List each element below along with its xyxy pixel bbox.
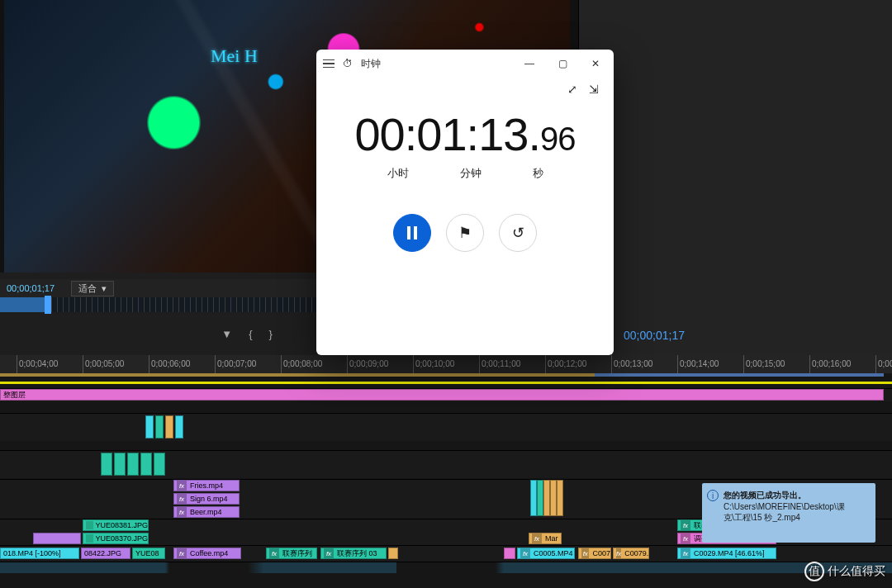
label-minutes: 分钟 — [460, 166, 482, 181]
work-area-band[interactable] — [0, 373, 884, 377]
notification-path2: 克\工程\15 秒_2.mp4 — [724, 513, 800, 522]
minutes-value: 01 — [416, 108, 466, 160]
micro-clip[interactable] — [114, 453, 126, 476]
svg-rect-2 — [407, 226, 410, 239]
clip[interactable]: YUE08 — [132, 548, 165, 559]
export-success-notification[interactable]: i 您的视频已成功导出。 C:\Users\MOREFINE\Desktop\课… — [702, 483, 875, 543]
clip[interactable] — [33, 533, 81, 544]
clip-label: C007 — [592, 549, 610, 557]
pin-icon[interactable]: ⇲ — [589, 83, 599, 96]
chevron-down-icon: ▾ — [102, 283, 107, 294]
stopwatch-actions: ⚑ ↺ — [316, 214, 614, 252]
video-track-adj[interactable]: 整图层 — [0, 388, 892, 401]
label-hours: 小时 — [387, 166, 409, 181]
fx-icon: fx — [177, 507, 187, 517]
micro-clip[interactable] — [145, 415, 154, 439]
clip-label: 联赛序列 — [282, 548, 312, 559]
clip[interactable]: fx联赛序列 — [266, 548, 317, 559]
info-icon: i — [707, 490, 719, 501]
clip[interactable]: fxC0079. — [613, 548, 649, 559]
ruler-tick: 0;00;06;00 — [149, 355, 215, 373]
timeline-ruler[interactable]: 0;00;03;00 0;00;04;00 0;00;05;00 0;00;06… — [0, 355, 892, 373]
mark-in-button[interactable]: { — [245, 326, 255, 342]
micro-clip[interactable] — [155, 415, 164, 439]
lap-flag-button[interactable]: ⚑ — [446, 214, 484, 252]
fx-icon: fx — [324, 548, 334, 558]
micro-clip[interactable] — [543, 480, 550, 516]
minimize-button[interactable]: ― — [513, 50, 546, 78]
audio-track[interactable] — [0, 562, 892, 573]
pause-button[interactable] — [393, 214, 431, 252]
video-track-1[interactable]: 018.MP4 [-100%] 08422.JPG YUE08 fxCoffee… — [0, 545, 892, 562]
clip-adjustment[interactable]: 整图层 — [0, 389, 884, 401]
clip[interactable]: fxC007 — [578, 548, 611, 559]
clock-app-icon: ⏱ — [343, 58, 353, 69]
zoom-fit-select[interactable]: 适合 ▾ — [71, 281, 114, 296]
clip-label: YUE08370.JPG — [95, 534, 148, 543]
menu-icon[interactable] — [323, 59, 334, 69]
clip-label: Fries.mp4 — [190, 481, 223, 490]
ruler-tick: 0;00;17;00 — [875, 355, 892, 373]
micro-clip[interactable] — [550, 480, 557, 516]
clip[interactable]: fxCoffee.mp4 — [173, 548, 241, 559]
ruler-tick: 0;00;03;00 — [0, 355, 17, 373]
clip[interactable] — [504, 548, 515, 559]
clock-titlebar[interactable]: ⏱ 时钟 ― ▢ ✕ — [316, 50, 614, 78]
clip[interactable]: fxC0029.MP4 [46.61%] — [677, 548, 776, 559]
clip[interactable]: fxBeer.mp4 — [173, 506, 240, 518]
video-track-5[interactable] — [0, 413, 892, 441]
clip[interactable]: fx联赛序列 03 — [320, 548, 387, 559]
micro-clip[interactable] — [530, 480, 537, 516]
clip-label: Coffee.mp4 — [190, 549, 228, 557]
expand-icon[interactable]: ⤢ — [567, 83, 577, 96]
notification-title: 您的视频已成功导出。 — [724, 491, 806, 500]
current-timecode[interactable]: 00;00;01;17 — [7, 283, 55, 293]
fx-icon: fx — [681, 548, 690, 558]
micro-clip[interactable] — [127, 453, 139, 476]
micro-clip[interactable] — [557, 480, 563, 516]
clip[interactable]: 08422.JPG — [81, 548, 130, 559]
clip-label: 整图层 — [3, 390, 26, 401]
clip-label: C0029.MP4 [46.61%] — [694, 549, 765, 557]
micro-clip[interactable] — [537, 480, 543, 516]
fx-icon — [86, 534, 93, 543]
micro-clip[interactable] — [101, 453, 112, 476]
notification-path1: C:\Users\MOREFINE\Desktop\课 — [724, 502, 845, 511]
close-button[interactable]: ✕ — [579, 50, 612, 78]
ruler-tick: 0;00;08;00 — [281, 355, 347, 373]
clip-label: C0079. — [624, 549, 648, 557]
mark-out-button[interactable]: } — [266, 326, 276, 342]
clip[interactable]: fxC0005.MP4 — [517, 548, 575, 559]
ruler-tick: 0;00;12;00 — [545, 355, 611, 373]
fx-icon: fx — [520, 548, 530, 558]
clip-label: 018.MP4 [-100%] — [3, 549, 61, 557]
video-track-5b[interactable] — [0, 450, 892, 478]
clip[interactable]: fxMar — [529, 533, 562, 544]
clip[interactable]: fxFries.mp4 — [173, 480, 240, 491]
ruler-tick: 0;00;11;00 — [479, 355, 545, 373]
fx-icon: fx — [177, 548, 187, 558]
clip[interactable] — [388, 548, 398, 559]
playhead-marker[interactable] — [45, 296, 51, 314]
micro-clip[interactable] — [140, 453, 152, 476]
ruler-tick: 0;00;07;00 — [215, 355, 281, 373]
clip[interactable]: 018.MP4 [-100%] — [0, 548, 79, 559]
fx-icon — [86, 521, 93, 529]
ruler-tick: 0;00;05;00 — [83, 355, 149, 373]
svg-rect-1 — [86, 534, 93, 543]
micro-clip[interactable] — [154, 453, 165, 476]
micro-clip[interactable] — [175, 415, 183, 439]
clip[interactable]: fxSign 6.mp4 — [173, 493, 240, 505]
overview-timecode: 00;00;01;17 — [624, 329, 685, 342]
clock-window[interactable]: ⏱ 时钟 ― ▢ ✕ ⤢ ⇲ 00:01:13.96 小时 分钟 秒 ⚑ ↺ — [316, 50, 614, 355]
watermark-text: 什么值得买 — [828, 564, 885, 579]
add-marker-button[interactable]: ▼ — [218, 326, 235, 342]
hundredths-value: 96 — [540, 121, 576, 157]
clip[interactable]: YUE08381.JPG — [83, 519, 149, 531]
micro-clip[interactable] — [165, 415, 173, 439]
maximize-button[interactable]: ▢ — [546, 50, 579, 78]
svg-rect-3 — [414, 226, 417, 239]
reset-button[interactable]: ↺ — [499, 214, 537, 252]
preview-neon-text: Mei H — [211, 45, 258, 67]
clip[interactable]: YUE08370.JPG — [83, 533, 149, 544]
